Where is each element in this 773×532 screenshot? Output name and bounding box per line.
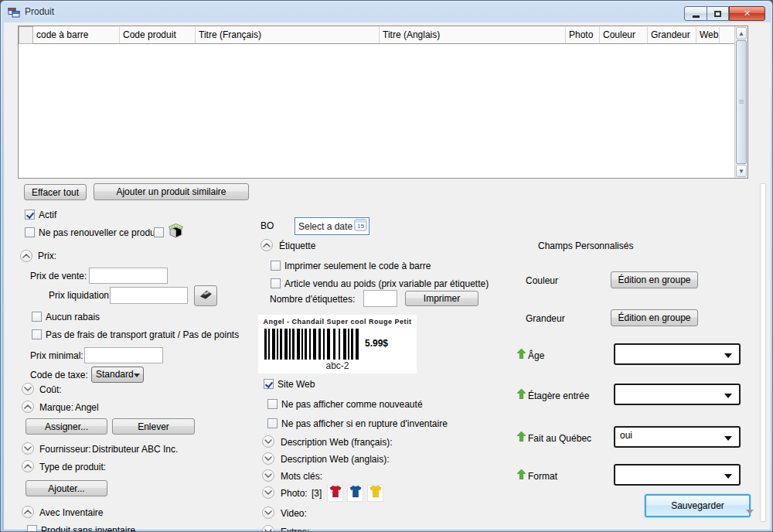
chevron-down-icon [134,373,140,377]
actif-checkbox[interactable] [25,210,35,220]
sold-by-weight-checkbox[interactable] [271,278,281,288]
desc-fr-label: Description Web (français): [281,437,393,448]
code-taxe-combobox[interactable]: Standard [91,367,144,383]
clipped-checkbox[interactable] [27,525,37,532]
quebec-value: oui [620,430,632,441]
col-header-web[interactable]: Web [696,27,720,44]
clipped-checkbox-label: Produit sans inventaire [41,525,135,532]
mots-cles-expander[interactable] [262,469,274,482]
bo-date-picker[interactable]: Select a date 15 [295,217,369,235]
prix-liquidation-input[interactable] [110,287,188,304]
no-out-of-stock-checkbox[interactable] [267,418,278,428]
no-renew-checkbox[interactable] [25,227,35,237]
couleur-field-label: Couleur [526,275,558,286]
aucun-rabais-checkbox[interactable] [32,312,42,322]
col-header-grandeur[interactable]: Grandeur [648,27,696,44]
panel-scrollbar-track[interactable] [760,183,766,522]
scroll-up-icon[interactable]: ▲ [736,27,747,39]
print-only-barcode-checkbox[interactable] [271,261,281,271]
barcode-icon [264,329,361,363]
sold-by-weight-label: Article vendu au poids (prix variable pa… [284,278,489,289]
no-new-checkbox[interactable] [267,399,278,409]
clipped-expander[interactable] [262,525,274,532]
sauvegarder-button[interactable]: Sauvegarder [645,494,751,517]
no-out-of-stock-label: Ne pas afficher si en rupture d'inventai… [281,418,448,429]
code-taxe-label: Code de taxe: [30,370,88,380]
desc-en-expander[interactable] [262,452,274,465]
prix-vente-label: Prix de vente: [30,271,87,281]
type-produit-label: Type de produit: [39,462,106,472]
no-renew-label: Ne pas renouveller ce produit [39,227,160,238]
row-header-corner [19,27,33,44]
desc-en-label: Description Web (anglais): [281,454,390,465]
grid-scrollbar[interactable]: ▲ ▼ [734,26,747,178]
prix-vente-input[interactable] [89,268,168,284]
chevron-down-icon [724,474,732,479]
photo-expander[interactable] [262,486,274,499]
photo-thumb-red[interactable] [327,485,343,502]
mots-cles-label: Mots clés: [281,471,322,482]
clear-all-button[interactable]: Effacer tout [24,184,87,200]
col-header-title-fr[interactable]: Titre (Français) [196,27,380,44]
prix-expander[interactable] [20,250,32,262]
scroll-thumb[interactable] [736,40,747,164]
panel-scroll-down-icon[interactable] [746,510,754,514]
type-produit-expander[interactable] [22,460,34,472]
photo-thumb-blue[interactable] [347,485,363,502]
col-header-title-en[interactable]: Titre (Anglais) [380,27,566,44]
product-grid: code à barre Code produit Titre (Françai… [18,26,748,179]
cout-expander[interactable] [22,383,34,395]
avec-inventaire-expander[interactable] [22,506,34,518]
age-combobox[interactable] [614,343,741,365]
video-label: Video: [281,508,307,519]
assigner-button[interactable]: Assigner... [26,418,107,435]
sync-up-arrow-icon [517,431,526,441]
nb-labels-input[interactable] [363,290,397,307]
photo-thumb-yellow[interactable] [367,485,383,502]
add-similar-product-button[interactable]: Ajouter un produit similaire [94,183,249,200]
couleur-edit-group-button[interactable]: Édition en groupe [611,271,698,288]
sync-up-arrow-icon [517,469,526,479]
photo-section-label: Photo: [281,488,308,499]
site-web-checkbox[interactable] [264,379,274,389]
sync-up-arrow-icon [517,388,526,398]
eraser-icon [199,289,213,302]
col-header-couleur[interactable]: Couleur [600,27,648,44]
enlever-button[interactable]: Enlever [112,418,195,435]
product-table: code à barre Code produit Titre (Françai… [19,26,736,44]
window-title: Produit [25,6,54,17]
grandeur-edit-group-button[interactable]: Édition en groupe [611,309,698,326]
scroll-down-icon[interactable]: ▼ [736,165,747,177]
col-header-barcode[interactable]: code à barre [33,27,120,44]
quebec-combobox[interactable]: oui [614,426,741,448]
no-renew-secondary-checkbox[interactable] [154,227,164,237]
fournisseur-value: Distributeur ABC Inc. [92,444,178,455]
fournisseur-expander[interactable] [22,442,34,455]
col-header-photo[interactable]: Photo [566,27,600,44]
prix-minimal-input[interactable] [84,347,163,363]
no-shipping-label: Pas de frais de transport gratuit / Pas … [46,329,239,340]
calendar-icon[interactable]: 15 [354,218,367,234]
marque-expander[interactable] [22,401,34,413]
etagere-combobox[interactable] [614,384,741,405]
marque-value: Angel [75,402,99,413]
col-header-delete [720,27,736,44]
clear-price-button[interactable] [194,285,217,306]
col-header-code[interactable]: Code produit [120,27,196,44]
format-combobox[interactable] [614,464,741,486]
ajouter-button[interactable]: Ajouter... [26,480,107,496]
maximize-button[interactable] [707,6,729,21]
video-expander[interactable] [262,506,274,519]
date-picker-value: Select a date [298,221,354,232]
marque-label: Marque: [39,402,73,413]
close-button[interactable]: ✕ [729,6,765,21]
minimize-button[interactable] [684,6,707,21]
avec-inventaire-label: Avec Inventaire [39,507,104,518]
imprimer-button[interactable]: Imprimer [405,291,478,306]
desc-fr-expander[interactable] [262,435,274,448]
no-shipping-checkbox[interactable] [32,329,42,339]
titlebar[interactable]: Produit ✕ [1,1,772,22]
barcode-code: abc-2 [258,360,417,371]
etiquette-expander[interactable] [261,239,273,251]
prix-section-label: Prix: [38,251,56,261]
